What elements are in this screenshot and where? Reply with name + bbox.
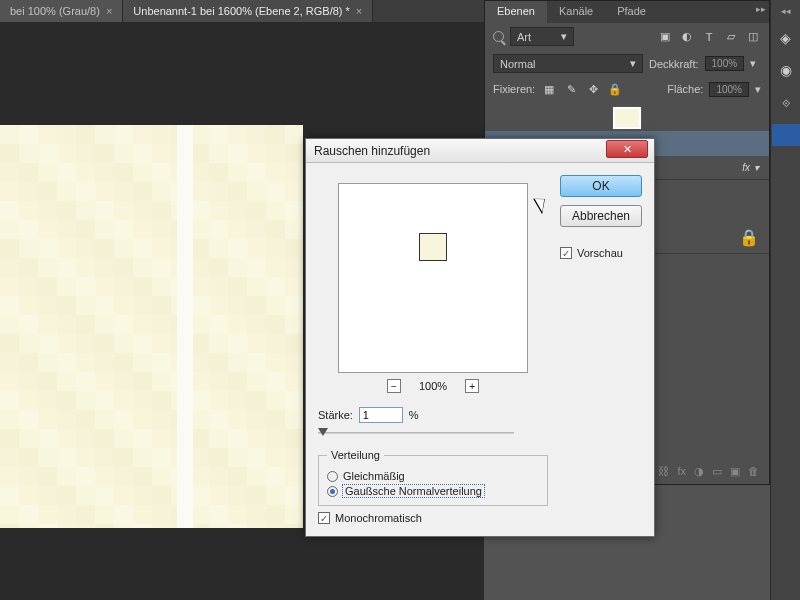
monochromatic-check[interactable]: ✓ Monochromatisch xyxy=(318,512,548,524)
layers-icon[interactable]: ◈ xyxy=(776,28,796,48)
tab-label: Unbenannt-1 bei 1600% (Ebene 2, RGB/8) * xyxy=(133,5,349,17)
expand-icon[interactable]: ▸▸ xyxy=(756,4,766,14)
color-icon[interactable]: ◉ xyxy=(776,60,796,80)
image-filter-icon[interactable]: ▣ xyxy=(657,29,673,45)
preview-check[interactable]: ✓ Vorschau xyxy=(560,247,642,259)
tab-layers[interactable]: Ebenen xyxy=(485,1,547,23)
preview-swatch xyxy=(419,233,447,261)
search-icon xyxy=(493,31,504,42)
strength-slider[interactable] xyxy=(318,427,514,439)
type-filter-icon[interactable]: T xyxy=(701,29,717,45)
canvas-stripe xyxy=(177,125,193,528)
trash-icon[interactable]: 🗑 xyxy=(748,465,759,478)
radio-icon xyxy=(327,486,338,497)
opacity-value[interactable]: 100% xyxy=(705,56,745,71)
fx-icon[interactable]: fx xyxy=(677,465,686,478)
blend-mode-dropdown[interactable]: Normal▾ xyxy=(493,54,643,73)
dialog-title: Rauschen hinzufügen xyxy=(314,144,430,158)
shape-filter-icon[interactable]: ▱ xyxy=(723,29,739,45)
smart-filter-icon[interactable]: ◫ xyxy=(745,29,761,45)
chevron-down-icon[interactable]: ▾ xyxy=(755,83,761,96)
add-noise-dialog: Rauschen hinzufügen ✕ − 100% + Stärke: % xyxy=(305,138,655,537)
link-icon[interactable]: ⛓ xyxy=(658,465,669,478)
fx-label: fx xyxy=(742,162,750,173)
tab-paths[interactable]: Pfade xyxy=(605,1,658,23)
radio-gaussian-label: Gaußsche Normalverteilung xyxy=(343,485,484,497)
zoom-value: 100% xyxy=(419,380,447,392)
filter-dropdown[interactable]: Art▾ xyxy=(510,27,574,46)
panel-footer: ⛓ fx ◑ ▭ ▣ 🗑 xyxy=(648,459,769,484)
slider-track xyxy=(318,432,514,434)
fill-label: Fläche: xyxy=(667,83,703,95)
layer-row[interactable] xyxy=(485,101,769,129)
folder-icon[interactable]: ▭ xyxy=(712,465,722,478)
close-icon[interactable]: × xyxy=(106,5,112,17)
mask-icon[interactable]: ◑ xyxy=(694,465,704,478)
percent-label: % xyxy=(409,409,419,421)
radio-uniform[interactable]: Gleichmäßig xyxy=(327,470,539,482)
close-icon[interactable]: × xyxy=(356,5,362,17)
radio-icon xyxy=(327,471,338,482)
fill-value[interactable]: 100% xyxy=(709,82,749,97)
paths-icon[interactable]: ⟐ xyxy=(776,92,796,112)
checkbox-icon: ✓ xyxy=(318,512,330,524)
dialog-titlebar[interactable]: Rauschen hinzufügen ✕ xyxy=(306,139,654,163)
zoom-out-button[interactable]: − xyxy=(387,379,401,393)
tab-label: bei 100% (Grau/8) xyxy=(10,5,100,17)
lock-icon: 🔒 xyxy=(739,228,759,247)
radio-gaussian[interactable]: Gaußsche Normalverteilung xyxy=(327,485,539,497)
panel-tabs: Ebenen Kanäle Pfade xyxy=(485,1,769,23)
lock-position-icon[interactable]: ✥ xyxy=(585,81,601,97)
selected-tool[interactable] xyxy=(772,124,800,146)
tab-doc-2[interactable]: Unbenannt-1 bei 1600% (Ebene 2, RGB/8) *… xyxy=(123,0,373,22)
distribution-group: Verteilung Gleichmäßig Gaußsche Normalve… xyxy=(318,449,548,506)
canvas[interactable] xyxy=(0,125,303,528)
checkbox-icon: ✓ xyxy=(560,247,572,259)
monochromatic-label: Monochromatisch xyxy=(335,512,422,524)
collapse-icon[interactable]: ◂◂ xyxy=(781,6,791,16)
strength-label: Stärke: xyxy=(318,409,353,421)
preview-label: Vorschau xyxy=(577,247,623,259)
new-layer-icon[interactable]: ▣ xyxy=(730,465,740,478)
layer-thumbnail xyxy=(613,107,641,129)
distribution-legend: Verteilung xyxy=(327,449,384,461)
chevron-down-icon[interactable]: ▾ xyxy=(750,57,756,70)
close-button[interactable]: ✕ xyxy=(606,140,648,158)
lock-paint-icon[interactable]: ✎ xyxy=(563,81,579,97)
adjust-filter-icon[interactable]: ◐ xyxy=(679,29,695,45)
right-toolbar: ◂◂ ◈ ◉ ⟐ xyxy=(770,0,800,600)
preview-area[interactable] xyxy=(338,183,528,373)
tab-channels[interactable]: Kanäle xyxy=(547,1,605,23)
strength-input[interactable] xyxy=(359,407,403,423)
cancel-button[interactable]: Abbrechen xyxy=(560,205,642,227)
lock-label: Fixieren: xyxy=(493,83,535,95)
zoom-in-button[interactable]: + xyxy=(465,379,479,393)
slider-thumb[interactable] xyxy=(318,428,328,436)
lock-transparency-icon[interactable]: ▦ xyxy=(541,81,557,97)
chevron-down-icon: ▾ xyxy=(754,162,759,173)
opacity-label: Deckkraft: xyxy=(649,58,699,70)
tab-doc-1[interactable]: bei 100% (Grau/8) × xyxy=(0,0,123,22)
ok-button[interactable]: OK xyxy=(560,175,642,197)
radio-uniform-label: Gleichmäßig xyxy=(343,470,405,482)
lock-all-icon[interactable]: 🔒 xyxy=(607,81,623,97)
